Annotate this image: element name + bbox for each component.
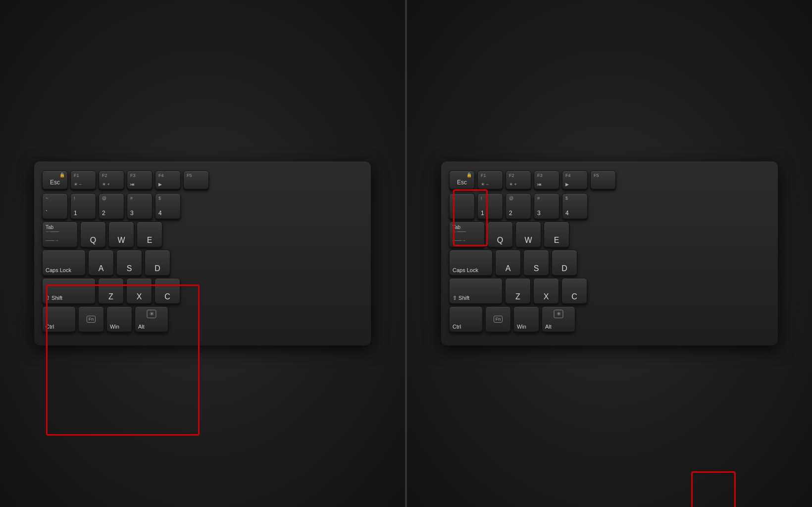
key-q-r[interactable]: Q bbox=[487, 222, 513, 247]
right-panel: Esc 🔒 F1 ☀ − F2 ☀ + F3 ⏮ F4 ▶ F5 bbox=[405, 0, 812, 507]
zxc-row: ⇧ Shift Z X C bbox=[42, 278, 363, 304]
key-e[interactable]: E bbox=[137, 222, 162, 247]
key-ctrl[interactable]: Ctrl bbox=[42, 306, 76, 332]
key-f3-r[interactable]: F3 ⏮ bbox=[534, 170, 559, 189]
key-esc-r[interactable]: Esc 🔒 bbox=[449, 170, 475, 189]
key-c-r[interactable]: C bbox=[561, 278, 587, 304]
key-esc[interactable]: Esc 🔒 bbox=[42, 170, 68, 189]
key-win[interactable]: Win bbox=[106, 306, 132, 332]
key-tilde[interactable]: ~ ` bbox=[42, 193, 68, 219]
key-x[interactable]: X bbox=[126, 278, 152, 304]
zxc-row-r: ⇧ Shift Z X C bbox=[449, 278, 770, 304]
key-f5-r[interactable]: F5 bbox=[590, 170, 616, 189]
key-shift-left-r[interactable]: ⇧ Shift bbox=[449, 278, 503, 304]
key-d[interactable]: D bbox=[145, 250, 170, 276]
key-q[interactable]: Q bbox=[80, 222, 106, 247]
key-fn[interactable]: Fn bbox=[78, 306, 104, 332]
left-keyboard: Esc 🔒 F1 ☀ − F2 ☀ + F3 ⏮ F4 ▶ F5 bbox=[34, 162, 371, 345]
num-row: ~ ` ! 1 @ 2 # 3 $ 4 bbox=[42, 193, 363, 219]
key-2-r[interactable]: @ 2 bbox=[506, 193, 531, 219]
key-s[interactable]: S bbox=[116, 250, 142, 276]
key-f2[interactable]: F2 ☀ + bbox=[99, 170, 124, 189]
left-panel: Esc 🔒 F1 ☀ − F2 ☀ + F3 ⏮ F4 ▶ F5 bbox=[0, 0, 405, 507]
key-a[interactable]: A bbox=[88, 250, 114, 276]
key-z[interactable]: Z bbox=[98, 278, 124, 304]
key-z-r[interactable]: Z bbox=[505, 278, 531, 304]
key-tab[interactable]: Tab ←—— ——→ bbox=[42, 222, 78, 247]
bottom-row: Ctrl Fn Win ✳ Alt bbox=[42, 306, 363, 332]
right-red-box-alt bbox=[691, 471, 736, 507]
key-tilde-r[interactable]: ~ ` bbox=[449, 193, 475, 219]
key-capslock-r[interactable]: Caps Lock bbox=[449, 250, 493, 276]
right-keyboard: Esc 🔒 F1 ☀ − F2 ☀ + F3 ⏮ F4 ▶ F5 bbox=[441, 162, 778, 345]
key-alt-r[interactable]: ✳ Alt bbox=[542, 306, 575, 332]
key-c[interactable]: C bbox=[154, 278, 180, 304]
key-1-r[interactable]: ! 1 bbox=[477, 193, 503, 219]
key-s-r[interactable]: S bbox=[523, 250, 549, 276]
qwer-row-r: Tab ←—— ——→ Q W E bbox=[449, 222, 770, 247]
key-alt[interactable]: ✳ Alt bbox=[135, 306, 168, 332]
key-f3[interactable]: F3 ⏮ bbox=[127, 170, 152, 189]
key-a-r[interactable]: A bbox=[495, 250, 521, 276]
key-1[interactable]: ! 1 bbox=[70, 193, 96, 219]
key-f5[interactable]: F5 bbox=[183, 170, 209, 189]
asdf-row: Caps Lock A S D bbox=[42, 250, 363, 276]
key-d-r[interactable]: D bbox=[552, 250, 577, 276]
asdf-row-r: Caps Lock A S D bbox=[449, 250, 770, 276]
key-f4[interactable]: F4 ▶ bbox=[155, 170, 181, 189]
fn-row-r: Esc 🔒 F1 ☀ − F2 ☀ + F3 ⏮ F4 ▶ F5 bbox=[449, 170, 770, 189]
key-win-r[interactable]: Win bbox=[513, 306, 539, 332]
key-f4-r[interactable]: F4 ▶ bbox=[562, 170, 588, 189]
key-4[interactable]: $ 4 bbox=[155, 193, 181, 219]
key-2[interactable]: @ 2 bbox=[99, 193, 124, 219]
key-3-r[interactable]: # 3 bbox=[534, 193, 559, 219]
key-w[interactable]: W bbox=[108, 222, 134, 247]
key-3[interactable]: # 3 bbox=[127, 193, 152, 219]
key-f1-r[interactable]: F1 ☀ − bbox=[477, 170, 503, 189]
fn-row: Esc 🔒 F1 ☀ − F2 ☀ + F3 ⏮ F4 ▶ F5 bbox=[42, 170, 363, 189]
key-tab-r[interactable]: Tab ←—— ——→ bbox=[449, 222, 485, 247]
key-x-r[interactable]: X bbox=[533, 278, 559, 304]
key-w-r[interactable]: W bbox=[515, 222, 541, 247]
qwer-row: Tab ←—— ——→ Q W E bbox=[42, 222, 363, 247]
bottom-row-r: Ctrl Fn Win ✳ Alt bbox=[449, 306, 770, 332]
num-row-r: ~ ` ! 1 @ 2 # 3 $ 4 bbox=[449, 193, 770, 219]
key-f2-r[interactable]: F2 ☀ + bbox=[506, 170, 531, 189]
key-fn-r[interactable]: Fn bbox=[485, 306, 511, 332]
key-ctrl-r[interactable]: Ctrl bbox=[449, 306, 483, 332]
key-4-r[interactable]: $ 4 bbox=[562, 193, 588, 219]
key-capslock[interactable]: Caps Lock bbox=[42, 250, 86, 276]
key-f1[interactable]: F1 ☀ − bbox=[70, 170, 96, 189]
key-e-r[interactable]: E bbox=[544, 222, 569, 247]
key-shift-left[interactable]: ⇧ Shift bbox=[42, 278, 96, 304]
